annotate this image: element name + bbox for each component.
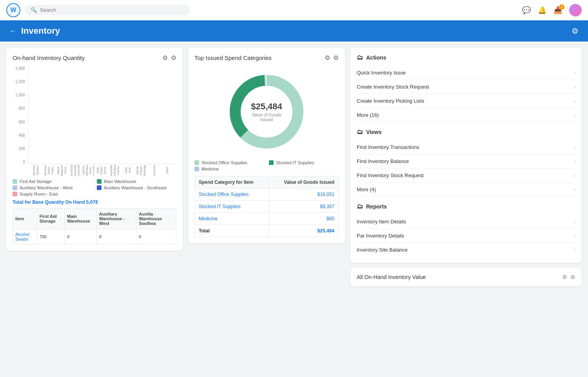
legend-item: Auxiliary Warehouse - Southeast	[97, 185, 176, 190]
left-chart-title: On-hand Inventory Quantity	[13, 54, 85, 61]
legend-item: Medicine	[194, 167, 264, 171]
legend-color	[97, 185, 102, 190]
chevron-icon: ›	[574, 112, 575, 118]
cell: 700	[37, 229, 64, 245]
donut-label: Value of Goods Issued	[247, 112, 286, 122]
legend-item: Main Warehouse	[97, 179, 176, 184]
col-main: Main Warehouse	[65, 208, 97, 229]
legend-color	[194, 160, 199, 165]
donut-chart-container: $25,484 Value of Goods Issued	[194, 66, 339, 157]
cell: 0	[136, 229, 176, 245]
inbox-icon[interactable]: 📥 2	[554, 6, 562, 14]
settings-icon[interactable]: ⚙	[333, 54, 339, 62]
bottom-card-header: All On-Hand Inventory Value ⚙ ⚙	[357, 274, 575, 280]
spend-table: Spend Category for Item Value of Goods I…	[194, 176, 339, 237]
chevron-icon: ›	[574, 70, 575, 76]
action-quick-inventory-issue[interactable]: Quick Inventory Issue ›	[357, 66, 575, 80]
chevron-icon: ›	[574, 247, 575, 253]
reports-section-title: 🗂 Reports	[357, 203, 575, 210]
chevron-icon: ›	[574, 219, 575, 225]
avatar[interactable]	[569, 4, 582, 16]
total-label: Total	[195, 225, 269, 237]
legend-color	[13, 185, 17, 190]
logo: W	[6, 3, 20, 17]
filter-icon[interactable]: ⚙	[162, 54, 168, 62]
settings-icon[interactable]: ⚙	[572, 26, 579, 36]
total-amount: $25,484	[269, 225, 338, 237]
total-row: Total $25,484	[195, 225, 339, 237]
col-aux-west: Auxiliary Warehouse - West	[96, 208, 136, 229]
filter-icon[interactable]: ⚙	[562, 274, 567, 280]
legend-color	[13, 192, 17, 196]
reports-icon: 🗂	[357, 203, 363, 210]
badge-count: 2	[559, 4, 564, 10]
cell: 0	[65, 229, 97, 245]
bottom-card-title: All On-Hand Inventory Value	[357, 274, 426, 280]
filter-icon[interactable]: ⚙	[325, 54, 330, 62]
right-panel: 🗂 Actions Quick Inventory Issue › Create…	[350, 48, 582, 371]
view-more[interactable]: More (4) ›	[357, 183, 575, 197]
legend-item: First Aid Storage	[13, 179, 92, 184]
inventory-table: Item First Aid Storage Main Warehouse Au…	[13, 208, 176, 245]
spend-chart-icons: ⚙ ⚙	[325, 54, 339, 62]
settings-icon[interactable]: ⚙	[570, 274, 575, 280]
chevron-icon: ›	[574, 233, 575, 239]
report-par-inventory[interactable]: Par Inventory Details ›	[357, 229, 575, 243]
chart-bars	[28, 66, 176, 164]
table-row: Stocked Office Supplies $16,051	[195, 188, 339, 201]
donut-chart: $25,484 Value of Goods Issued	[227, 72, 306, 151]
table-row: Alcohol Swabs 700 0 0 0	[13, 229, 176, 245]
amount-cell: $65	[269, 213, 338, 225]
x-labels: Alcohol Swabs Alcohol Wipe Pads Black Ba…	[28, 165, 176, 176]
donut-center: $25,484 Value of Goods Issued	[247, 102, 286, 122]
middle-panel: Top Issued Spend Categories ⚙ ⚙	[188, 48, 345, 371]
category-link[interactable]: Stocked IT Supplies	[195, 201, 269, 213]
category-link[interactable]: Medicine	[195, 213, 269, 225]
amount-cell: $16,051	[269, 188, 338, 201]
amount-cell: $9,367	[269, 201, 338, 213]
bell-icon[interactable]: 🔔	[538, 6, 546, 14]
spend-legend: Stocked Office Supplies Stocked IT Suppl…	[194, 160, 339, 171]
main-content: On-hand Inventory Quantity ⚙ ⚙ 1,400 1,2…	[0, 42, 588, 377]
category-link[interactable]: Stocked Office Supplies	[195, 188, 269, 201]
top-nav: W 🔍 💬 🔔 📥 2	[0, 0, 588, 20]
search-icon: 🔍	[31, 7, 37, 13]
left-chart-icons: ⚙ ⚙	[162, 54, 176, 62]
legend-color	[269, 160, 274, 165]
col-item: Item	[13, 208, 37, 229]
actions-icon: 🗂	[357, 54, 363, 61]
legend-item: Stocked Office Supplies	[194, 160, 264, 165]
report-site-balance[interactable]: Inventory Site Balance ›	[357, 243, 575, 257]
nav-icons: 💬 🔔 📥 2	[522, 4, 582, 16]
search-bar[interactable]: 🔍	[25, 5, 190, 15]
report-inventory-item-details[interactable]: Inventory Item Details ›	[357, 215, 575, 229]
item-link[interactable]: Alcohol Swabs	[13, 229, 37, 245]
chevron-icon: ›	[574, 187, 575, 192]
chat-icon[interactable]: 💬	[522, 6, 531, 14]
all-on-hand-card: All On-Hand Inventory Value ⚙ ⚙	[350, 268, 582, 286]
chevron-icon: ›	[574, 84, 575, 90]
legend-item: Stocked IT Supplies	[269, 160, 339, 165]
cell: 0	[96, 229, 136, 245]
view-find-transactions[interactable]: Find Inventory Transactions ›	[357, 140, 575, 154]
action-create-stock-request[interactable]: Create Inventory Stock Request ›	[357, 80, 575, 94]
chart-legend: First Aid Storage Main Warehouse Auxilia…	[13, 179, 176, 196]
action-create-picking-lists[interactable]: Create Inventory Picking Lists ›	[357, 94, 575, 108]
action-more[interactable]: More (16) ›	[357, 108, 575, 122]
view-find-balance[interactable]: Find Inventory Balance ›	[357, 154, 575, 169]
search-input[interactable]	[40, 7, 184, 13]
total-row: Total for Base Quantity On Hand 5,076	[13, 199, 176, 205]
header-bar: ← Inventory ⚙	[0, 20, 588, 42]
chevron-icon: ›	[574, 159, 575, 164]
actions-section-title: 🗂 Actions	[357, 54, 575, 61]
legend-color	[13, 179, 17, 184]
back-button[interactable]: ←	[9, 27, 16, 35]
bottom-card-icons: ⚙ ⚙	[562, 274, 575, 280]
view-find-stock-request[interactable]: Find Inventory Stock Request ›	[357, 169, 575, 183]
col-aux-south: Auxilia Warehouse Southea	[136, 208, 176, 229]
legend-item: Auxiliary Warehouse - West	[13, 185, 92, 190]
settings-chart-icon[interactable]: ⚙	[171, 54, 176, 62]
bar-chart: 1,400 1,200 1,000 800 600 400 200 0	[13, 66, 176, 176]
chevron-icon: ›	[574, 98, 575, 104]
spend-chart-title: Top Issued Spend Categories	[194, 54, 272, 61]
